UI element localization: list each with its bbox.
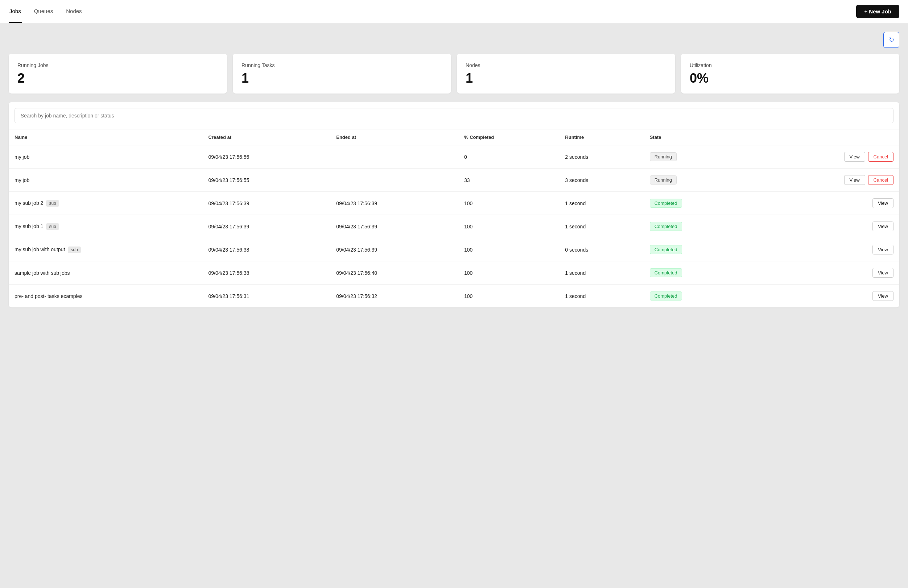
- sub-badge: sub: [46, 223, 59, 230]
- cell-ended-at: [330, 145, 458, 169]
- cell-created-at: 09/04/23 17:56:56: [202, 145, 330, 169]
- table-row: my sub job 2sub09/04/23 17:56:3909/04/23…: [9, 192, 899, 215]
- new-job-button[interactable]: + New Job: [856, 5, 899, 18]
- view-button[interactable]: View: [873, 291, 894, 301]
- col-header-actions: [750, 129, 899, 145]
- state-badge: Running: [650, 175, 677, 185]
- view-button[interactable]: View: [844, 175, 865, 185]
- sub-badge: sub: [68, 246, 80, 253]
- col-header-runtime: Runtime: [559, 129, 644, 145]
- cell-runtime: 1 second: [559, 261, 644, 284]
- cell-state: Completed: [644, 261, 750, 284]
- cell-name: my sub job 2sub: [9, 192, 202, 215]
- cell-runtime: 3 seconds: [559, 169, 644, 192]
- cell-ended-at: 09/04/23 17:56:39: [330, 238, 458, 261]
- job-name-text: my sub job with output: [14, 246, 65, 252]
- stat-value-nodes: 1: [465, 72, 667, 85]
- cell-pct-completed: 100: [458, 261, 559, 284]
- job-name-text: my sub job 2: [14, 200, 43, 206]
- cell-ended-at: 09/04/23 17:56:40: [330, 261, 458, 284]
- cell-pct-completed: 100: [458, 215, 559, 238]
- main-content: ↻ Running Jobs 2 Running Tasks 1 Nodes 1…: [0, 23, 908, 588]
- actions-container: View: [757, 198, 894, 208]
- jobs-table-container: Name Created at Ended at % Completed Run…: [9, 102, 899, 307]
- tab-jobs[interactable]: Jobs: [9, 0, 22, 23]
- jobs-table: Name Created at Ended at % Completed Run…: [9, 129, 899, 307]
- cell-actions: View: [750, 284, 899, 308]
- table-row: my job09/04/23 17:56:55333 secondsRunnin…: [9, 169, 899, 192]
- cancel-button[interactable]: Cancel: [868, 152, 894, 162]
- col-header-ended-at: Ended at: [330, 129, 458, 145]
- col-header-state: State: [644, 129, 750, 145]
- state-badge: Completed: [650, 245, 682, 254]
- cell-actions: View: [750, 215, 899, 238]
- table-row: my sub job with outputsub09/04/23 17:56:…: [9, 238, 899, 261]
- cell-created-at: 09/04/23 17:56:38: [202, 238, 330, 261]
- table-header-row: Name Created at Ended at % Completed Run…: [9, 129, 899, 145]
- search-wrapper: [9, 102, 899, 129]
- state-badge: Completed: [650, 268, 682, 277]
- cell-created-at: 09/04/23 17:56:38: [202, 261, 330, 284]
- stat-card-utilization: Utilization 0%: [681, 54, 899, 93]
- actions-container: View: [757, 291, 894, 301]
- table-header: Name Created at Ended at % Completed Run…: [9, 129, 899, 145]
- job-name-text: pre- and post- tasks examples: [14, 293, 83, 299]
- cell-created-at: 09/04/23 17:56:55: [202, 169, 330, 192]
- actions-container: View: [757, 222, 894, 231]
- table-row: pre- and post- tasks examples09/04/23 17…: [9, 284, 899, 308]
- search-input[interactable]: [14, 108, 894, 123]
- tab-nodes[interactable]: Nodes: [65, 0, 82, 23]
- cell-runtime: 1 second: [559, 192, 644, 215]
- refresh-icon: ↻: [889, 36, 894, 44]
- cell-actions: View: [750, 192, 899, 215]
- cell-pct-completed: 33: [458, 169, 559, 192]
- col-header-name: Name: [9, 129, 202, 145]
- cell-ended-at: 09/04/23 17:56:32: [330, 284, 458, 308]
- cell-pct-completed: 100: [458, 192, 559, 215]
- actions-container: View: [757, 268, 894, 278]
- table-row: my job09/04/23 17:56:5602 secondsRunning…: [9, 145, 899, 169]
- cell-actions: ViewCancel: [750, 169, 899, 192]
- cell-runtime: 1 second: [559, 215, 644, 238]
- view-button[interactable]: View: [844, 152, 865, 162]
- cell-actions: View: [750, 261, 899, 284]
- cell-state: Completed: [644, 284, 750, 308]
- job-name-text: my sub job 1: [14, 223, 43, 229]
- cell-name: my sub job with outputsub: [9, 238, 202, 261]
- view-button[interactable]: View: [873, 198, 894, 208]
- job-name-text: my job: [14, 177, 29, 183]
- actions-container: ViewCancel: [757, 175, 894, 185]
- cancel-button[interactable]: Cancel: [868, 175, 894, 185]
- cell-name: pre- and post- tasks examples: [9, 284, 202, 308]
- view-button[interactable]: View: [873, 245, 894, 254]
- cell-pct-completed: 0: [458, 145, 559, 169]
- stat-card-running-jobs: Running Jobs 2: [9, 54, 227, 93]
- actions-container: View: [757, 245, 894, 254]
- view-button[interactable]: View: [873, 268, 894, 278]
- cell-name: my job: [9, 169, 202, 192]
- col-header-pct-completed: % Completed: [458, 129, 559, 145]
- stat-card-running-tasks: Running Tasks 1: [233, 54, 451, 93]
- view-button[interactable]: View: [873, 222, 894, 231]
- stat-label-running-tasks: Running Tasks: [241, 63, 443, 68]
- table-row: sample job with sub jobs09/04/23 17:56:3…: [9, 261, 899, 284]
- cell-state: Completed: [644, 238, 750, 261]
- cell-state: Completed: [644, 215, 750, 238]
- col-header-created-at: Created at: [202, 129, 330, 145]
- cell-runtime: 2 seconds: [559, 145, 644, 169]
- job-name-text: sample job with sub jobs: [14, 270, 70, 276]
- table-row: my sub job 1sub09/04/23 17:56:3909/04/23…: [9, 215, 899, 238]
- top-navigation: Jobs Queues Nodes + New Job: [0, 0, 908, 23]
- tab-queues[interactable]: Queues: [33, 0, 54, 23]
- refresh-button[interactable]: ↻: [883, 32, 899, 48]
- stat-card-nodes: Nodes 1: [457, 54, 675, 93]
- stat-label-utilization: Utilization: [690, 63, 890, 68]
- stat-value-utilization: 0%: [690, 72, 890, 85]
- cell-state: Running: [644, 169, 750, 192]
- refresh-row: ↻: [9, 32, 899, 48]
- state-badge: Completed: [650, 222, 682, 231]
- cell-actions: ViewCancel: [750, 145, 899, 169]
- sub-badge: sub: [46, 200, 59, 207]
- stat-label-nodes: Nodes: [465, 63, 667, 68]
- cell-ended-at: 09/04/23 17:56:39: [330, 192, 458, 215]
